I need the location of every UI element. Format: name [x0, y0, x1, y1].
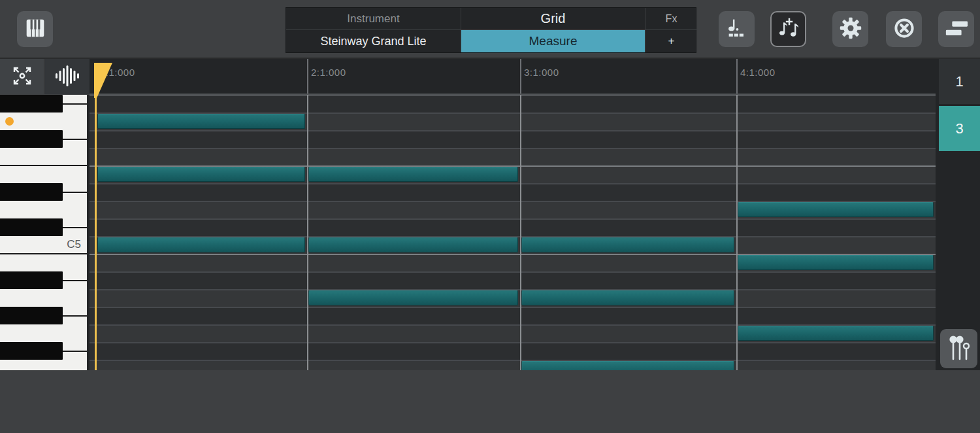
tab-instrument[interactable]: Instrument [286, 8, 461, 30]
quantize-icon [725, 16, 749, 43]
midi-note-E5-m1[interactable] [97, 167, 305, 182]
waveform-icon [53, 63, 82, 91]
settings-gear-icon [839, 16, 862, 42]
note-grid[interactable] [90, 95, 936, 370]
midi-note-D5-m4[interactable] [738, 202, 934, 217]
white-key-boundary [63, 139, 90, 140]
measure-tick-line [736, 59, 738, 95]
waveform-view-button[interactable] [45, 59, 90, 94]
timeline-ruler[interactable]: 1:1:0002:1:0003:1:0004:1:000 [90, 59, 936, 95]
tracks-view-button[interactable] [938, 11, 974, 47]
playhead-line [95, 63, 97, 370]
channel-settings-button[interactable] [940, 329, 977, 368]
black-key-F#5[interactable] [0, 130, 63, 148]
expand-arrows-icon [9, 63, 35, 91]
grid-row-D#5[interactable] [90, 183, 936, 201]
midi-note-B4-m4[interactable] [738, 255, 934, 270]
black-key-D#5[interactable] [0, 183, 63, 201]
midi-note-C5-m3[interactable] [521, 237, 734, 252]
midi-note-E5-m2[interactable] [308, 167, 518, 182]
key-label-C5: C5 [55, 236, 81, 253]
midi-note-A4-m2[interactable] [308, 290, 518, 305]
timeline-marker: 4:1:000 [740, 67, 776, 78]
grid-resolution-value[interactable]: Measure [461, 30, 645, 52]
piano-keyboard-icon [23, 16, 48, 43]
settings-button[interactable] [832, 11, 868, 47]
instrument-value[interactable]: Steinway Grand Lite [286, 30, 461, 52]
grid-row-G#5[interactable] [90, 95, 936, 113]
grid-row-G#4[interactable] [90, 307, 936, 324]
note-add-icon [776, 16, 801, 43]
note-add-button[interactable] [770, 11, 806, 47]
black-key-G#4[interactable] [0, 307, 63, 324]
tab-fx[interactable]: Fx [645, 8, 697, 30]
close-editor-button[interactable] [886, 11, 922, 47]
tracks-icon [944, 16, 969, 43]
measure-tick-line [307, 59, 308, 95]
quantize-button[interactable] [719, 11, 755, 47]
grid-row-F4[interactable] [90, 360, 936, 370]
grid-row-F5[interactable] [90, 148, 936, 165]
grid-row-F#5[interactable] [90, 130, 936, 148]
fader-pins-icon [945, 333, 973, 365]
white-key-boundary [63, 227, 90, 228]
midi-note-F4-m3[interactable] [521, 361, 734, 370]
piano-keyboard[interactable]: C5 [0, 95, 90, 370]
midi-note-C5-m2[interactable] [308, 237, 518, 252]
midi-note-C5-m1[interactable] [97, 237, 305, 252]
measure-tick-line [520, 59, 521, 95]
daw-piano-roll-app: Instrument Grid Fx Steinway Grand Lite M… [0, 0, 980, 433]
grid-row-C#5[interactable] [90, 218, 936, 236]
expand-view-button[interactable] [0, 59, 44, 94]
grid-row-F#4[interactable] [90, 342, 936, 360]
white-key-boundary [63, 103, 90, 105]
bottom-bar: 1:1:000 [0, 370, 980, 433]
black-key-F#4[interactable] [0, 342, 63, 360]
measure-line [307, 95, 308, 370]
part-selector-sidebar: 13 [936, 59, 980, 370]
top-bar: Instrument Grid Fx Steinway Grand Lite M… [0, 0, 980, 59]
white-key-boundary [63, 280, 90, 281]
part-cell-1[interactable]: 1 [939, 59, 980, 104]
playhead-marker[interactable] [94, 63, 114, 101]
white-key-boundary [63, 351, 90, 352]
white-key-boundary [63, 192, 90, 193]
white-key-boundary [0, 165, 90, 166]
close-icon [892, 16, 916, 42]
keyboard-panel-button[interactable] [17, 11, 53, 47]
timeline-marker: 3:1:000 [524, 67, 559, 78]
tab-grid[interactable]: Grid [461, 8, 645, 30]
instrument-grid-fx-panel: Instrument Grid Fx Steinway Grand Lite M… [286, 7, 696, 53]
white-key-boundary [0, 253, 90, 254]
part-cell-3[interactable]: 3 [939, 106, 980, 151]
grid-row-A#4[interactable] [90, 271, 936, 289]
timeline-marker: 2:1:000 [311, 67, 346, 78]
black-key-G#5[interactable] [0, 95, 63, 113]
measure-line [520, 95, 521, 370]
fx-add-button[interactable]: + [645, 30, 697, 52]
midi-note-G4-m4[interactable] [738, 326, 934, 341]
black-key-A#4[interactable] [0, 271, 63, 289]
black-key-C#5[interactable] [0, 218, 63, 236]
midi-note-G5-m1[interactable] [97, 114, 305, 129]
white-key-boundary [63, 315, 90, 317]
midi-note-A4-m3[interactable] [521, 290, 734, 305]
active-key-indicator [5, 117, 14, 126]
